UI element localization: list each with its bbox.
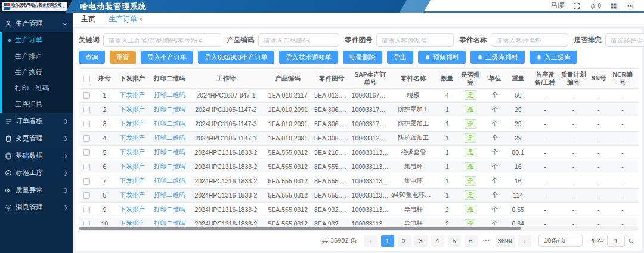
row-checkbox[interactable] xyxy=(83,92,90,99)
reset-button[interactable]: 重置 xyxy=(110,51,136,64)
col-weight: 重量 xyxy=(506,69,531,88)
bell-icon[interactable]: 0 xyxy=(589,2,601,10)
export-button[interactable]: 导出 xyxy=(387,51,413,64)
import-tech-notice-button[interactable]: 导入技术通知单 xyxy=(279,51,338,64)
print-qrcode-link[interactable]: 打印二维码 xyxy=(154,148,185,155)
import-603-903-order-button[interactable]: 导入603/903生产订单 xyxy=(198,51,274,64)
sidebar-group-change-mgmt[interactable]: 变更管理 xyxy=(0,130,73,147)
sidebar-item-production-order[interactable]: 生产订单 xyxy=(2,32,73,48)
print-qrcode-link[interactable]: 打印二维码 xyxy=(154,177,185,184)
username[interactable]: 马缨 xyxy=(550,1,564,10)
cell-no: 6 xyxy=(94,160,114,174)
print-qrcode-link[interactable]: 打印二维码 xyxy=(154,163,185,170)
print-qrcode-link[interactable]: 打印二维码 xyxy=(154,105,185,113)
print-qrcode-link[interactable]: 打印二维码 xyxy=(154,134,185,141)
cell-sap-no: 10003311346 xyxy=(351,202,391,217)
issue-production-link[interactable]: 下发排产 xyxy=(120,220,145,225)
keyword-input[interactable] xyxy=(103,33,221,47)
print-qrcode-link[interactable]: 打印二维码 xyxy=(154,205,185,213)
horizontal-scrollbar[interactable] xyxy=(79,226,638,231)
cell-first-equipment: - xyxy=(531,145,559,160)
sidebar-group-standard-process[interactable]: 标准工序 xyxy=(0,164,73,182)
issue-production-link[interactable]: 下发排产 xyxy=(120,177,145,184)
issue-production-link[interactable]: 下发排产 xyxy=(120,91,145,98)
issue-production-link[interactable]: 下发排产 xyxy=(120,148,145,155)
sidebar-group-base-data[interactable]: 基础数据 xyxy=(0,147,73,164)
sidebar-group-message-mgmt[interactable]: 消息管理 xyxy=(0,199,73,216)
gear-icon[interactable] xyxy=(626,2,633,10)
tab-home[interactable]: 主页 xyxy=(81,14,95,24)
row-checkbox[interactable] xyxy=(83,207,90,213)
part-no-input[interactable] xyxy=(376,33,454,47)
page-button[interactable]: 2 xyxy=(398,235,411,247)
grid-icon[interactable] xyxy=(610,2,617,10)
cell-ncr-no: - xyxy=(610,160,635,174)
col-product-code: 产品编码 xyxy=(262,69,313,88)
chevron-right-icon xyxy=(63,205,67,210)
row-checkbox[interactable] xyxy=(83,221,90,225)
page-button[interactable]: 1 xyxy=(381,235,394,247)
reserved-picking-button[interactable]: 预留领料 xyxy=(418,51,466,64)
batch-delete-button[interactable]: 批量删除 xyxy=(343,51,382,64)
into-secondary-warehouse-button[interactable]: 入二级库 xyxy=(530,51,577,64)
issue-production-link[interactable]: 下发排产 xyxy=(120,205,145,213)
cell-quality-plan-no: - xyxy=(559,188,587,202)
close-icon[interactable]: × xyxy=(139,15,143,23)
print-qrcode-link[interactable]: 打印二维码 xyxy=(154,91,185,98)
cell-no: 4 xyxy=(94,131,114,145)
page-button[interactable]: 5 xyxy=(448,235,461,247)
fullscreen-icon[interactable] xyxy=(573,2,580,10)
page-button[interactable]: 6 xyxy=(465,235,478,247)
page-size-select[interactable] xyxy=(538,235,583,247)
sidebar-item-process-summary[interactable]: 工序汇总 xyxy=(2,96,73,113)
page-button[interactable]: 4 xyxy=(431,235,444,247)
secondary-warehouse-picking-button[interactable]: 二级库领料 xyxy=(470,51,525,64)
issue-production-link[interactable]: 下发排产 xyxy=(120,105,145,113)
row-checkbox[interactable] xyxy=(83,164,90,170)
print-qrcode-link[interactable]: 打印二维码 xyxy=(154,120,185,127)
print-qrcode-link[interactable]: 打印二维码 xyxy=(154,191,185,198)
cell-product-code: 5EA.555.0312 xyxy=(262,145,313,160)
row-checkbox[interactable] xyxy=(83,149,90,156)
scheduled-select[interactable] xyxy=(605,33,644,47)
query-button[interactable]: 查询 xyxy=(79,51,105,64)
issue-production-link[interactable]: 下发排产 xyxy=(120,163,145,170)
part-name-input[interactable] xyxy=(491,33,568,47)
cell-work-no: 2024HPC1316-1833-2 xyxy=(189,160,262,174)
production-order-panel: 关键词 产品编码 零件图号 零件名称 xyxy=(75,29,642,251)
sidebar-group-quality-exception[interactable]: 质量异常 xyxy=(0,182,73,199)
sidebar-item-print-qrcode[interactable]: 打印二维码 xyxy=(2,80,73,96)
print-qrcode-link[interactable]: 打印二维码 xyxy=(154,220,185,225)
cell-checkbox xyxy=(79,131,94,145)
row-checkbox[interactable] xyxy=(83,107,90,113)
cell-weight: 0.55 xyxy=(506,202,531,217)
cell-sn: - xyxy=(587,174,610,188)
scrollbar-thumb[interactable] xyxy=(79,227,521,230)
sidebar-item-production-scheduling[interactable]: 生产排产 xyxy=(2,48,73,64)
tab-production-order[interactable]: 生产订单 × xyxy=(109,14,143,24)
cell-issue: 下发排产 xyxy=(114,88,149,102)
row-checkbox[interactable] xyxy=(83,135,90,142)
cell-quality-plan-no: - xyxy=(559,145,587,160)
issue-production-link[interactable]: 下发排产 xyxy=(120,134,145,141)
cell-no: 9 xyxy=(94,202,114,217)
sidebar-group-order-board[interactable]: 订单看板 xyxy=(0,113,73,130)
row-checkbox[interactable] xyxy=(83,178,90,185)
table-row: 9下发排产打印二维码2024HPC1316-1833-25EA.555.0312… xyxy=(79,202,638,217)
sidebar-item-production-execution[interactable]: 生产执行 xyxy=(2,64,73,80)
goto-page-input[interactable] xyxy=(607,235,625,247)
import-production-order-button[interactable]: 导入生产订单 xyxy=(141,51,193,64)
page-button[interactable]: 3699 xyxy=(496,235,515,247)
next-page-button[interactable]: › xyxy=(518,235,531,247)
issue-production-link[interactable]: 下发排产 xyxy=(120,191,145,198)
product-code-input[interactable] xyxy=(258,33,339,47)
cell-checkbox xyxy=(79,174,94,188)
row-checkbox[interactable] xyxy=(83,121,90,127)
prev-page-button[interactable]: ‹ xyxy=(364,235,377,247)
sidebar-group-production-mgmt[interactable]: 生产管理 xyxy=(0,15,73,32)
issue-production-link[interactable]: 下发排产 xyxy=(120,120,145,127)
row-checkbox[interactable] xyxy=(83,192,90,199)
select-all-checkbox[interactable] xyxy=(83,76,90,82)
page-ellipsis[interactable]: ... xyxy=(481,235,492,247)
page-button[interactable]: 3 xyxy=(414,235,428,247)
